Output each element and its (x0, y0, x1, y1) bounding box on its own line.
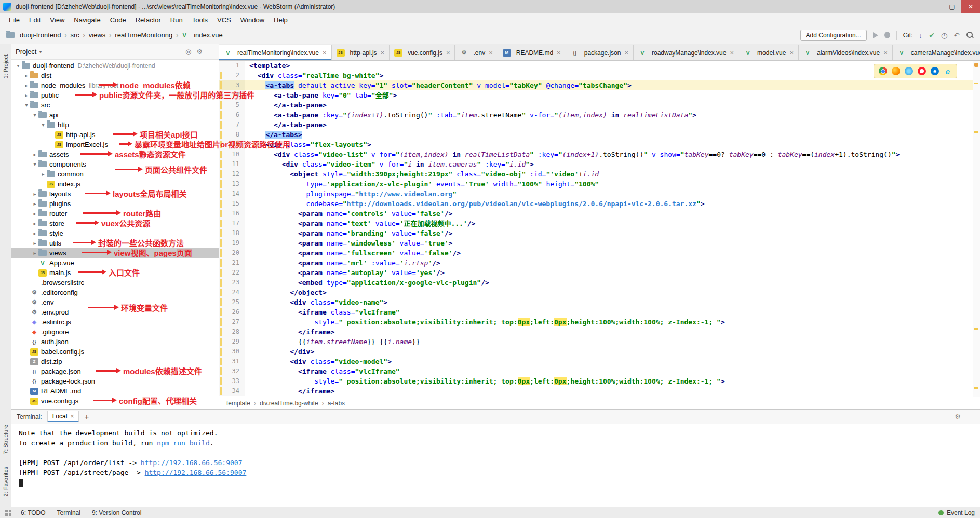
tree-item-package-lock.json[interactable]: {}package-lock.json (11, 376, 219, 386)
tree-item-node_modules[interactable]: ▸node_moduleslibrary root (11, 80, 219, 90)
tree-item-dist.zip[interactable]: Zdist.zip (11, 357, 219, 366)
chevron-open-icon[interactable]: ▾ (31, 161, 38, 167)
code-line[interactable]: 18 <param name='branding' value='false'/… (219, 228, 973, 238)
hide-panel-icon[interactable]: — (208, 48, 214, 55)
chevron-open-icon[interactable]: ▾ (31, 112, 38, 118)
editor-breadcrumb-item[interactable]: template (225, 399, 251, 407)
close-tab-icon[interactable]: × (557, 49, 561, 57)
editor-tab[interactable]: JSvue.config.js× (390, 45, 455, 60)
tree-item-store[interactable]: ▸store (11, 219, 219, 228)
menu-item-run[interactable]: Run (166, 15, 187, 25)
chevron-closed-icon[interactable]: ▸ (31, 250, 38, 256)
tree-item-common[interactable]: ▸common (11, 169, 219, 179)
minimize-terminal-icon[interactable]: — (968, 413, 975, 420)
code-line[interactable]: 5 </a-tab-pane> (219, 100, 973, 110)
tree-item-.env.prod[interactable]: ⚙.env.prod (11, 307, 219, 317)
code-line[interactable]: 9 <div class="flex-layouts"> (219, 140, 973, 149)
close-tab-icon[interactable]: × (730, 49, 734, 57)
maximize-window-button[interactable] (943, 0, 961, 13)
tree-item-router[interactable]: ▸router (11, 209, 219, 219)
chevron-closed-icon[interactable]: ▸ (39, 171, 47, 177)
code-line[interactable]: 32 <iframe class="vlcIframe" (219, 366, 973, 376)
tool-window-button[interactable]: 2: Favorites (3, 467, 9, 496)
status-item-0[interactable]: 6: TODO (21, 509, 46, 516)
code-line[interactable]: 28 </iframe> (219, 327, 973, 337)
git-revert-icon[interactable] (954, 32, 960, 39)
tree-item-api[interactable]: ▾api (11, 110, 219, 120)
tool-window-switcher-icon[interactable] (5, 510, 11, 516)
ie-icon[interactable] (944, 67, 952, 75)
editor-scrollbar[interactable] (973, 61, 980, 397)
editor-tab[interactable]: VroadwayManage\index.vue× (634, 45, 739, 60)
tree-item-main.js[interactable]: JSmain.js (11, 268, 219, 278)
code-line[interactable]: 29 {{item.streetName}} {{i.name}} (219, 337, 973, 347)
breadcrumb-item[interactable]: index.vue (192, 30, 224, 40)
tree-item-vue.config.js[interactable]: JSvue.config.js (11, 396, 219, 406)
close-terminal-tab-icon[interactable]: × (70, 413, 74, 420)
tree-item-.eslintrc.js[interactable]: ◈.eslintrc.js (11, 317, 219, 327)
editor-breadcrumb-item[interactable]: div.realTime.bg-white (259, 399, 319, 407)
chevron-open-icon[interactable]: ▾ (39, 122, 47, 128)
git-history-icon[interactable] (941, 32, 947, 39)
status-item-1[interactable]: Terminal (57, 509, 80, 516)
tree-item-assets[interactable]: ▸assets (11, 149, 219, 159)
menu-item-code[interactable]: Code (105, 15, 131, 25)
chevron-closed-icon[interactable]: ▸ (31, 152, 38, 157)
breadcrumb-item[interactable]: duoji-frontend (18, 30, 63, 40)
close-tab-icon[interactable]: × (883, 49, 888, 57)
code-line[interactable]: 19 <param name='windowless' value='true'… (219, 238, 973, 248)
menu-item-navigate[interactable]: Navigate (69, 15, 105, 25)
tree-item-index.js[interactable]: JSindex.js (11, 179, 219, 189)
tool-window-button[interactable]: 7: Structure (3, 425, 9, 454)
tree-item-views[interactable]: ▸views (11, 248, 219, 258)
chevron-closed-icon[interactable]: ▸ (23, 73, 30, 78)
menu-item-window[interactable]: Window (236, 15, 269, 25)
menu-item-vcs[interactable]: VCS (212, 15, 236, 25)
tree-item-.editorconfig[interactable]: ⚙.editorconfig (11, 288, 219, 297)
code-line[interactable]: 34 </iframe> (219, 386, 973, 396)
minimize-window-button[interactable] (924, 0, 943, 13)
editor-tab[interactable]: Vmodel.vue× (739, 45, 799, 60)
tree-item-src[interactable]: ▾src (11, 100, 219, 110)
code-line[interactable]: 24 </object> (219, 288, 973, 297)
editor-tab[interactable]: JShttp-api.js× (332, 45, 390, 60)
code-line[interactable]: 6 <a-tab-pane :key="(index+1).toString()… (219, 110, 973, 120)
chevron-closed-icon[interactable]: ▸ (31, 201, 38, 207)
editor-tab[interactable]: MREADME.md× (498, 45, 566, 60)
editor-tab[interactable]: ⚙.env× (455, 45, 498, 60)
tree-item-babel.config.js[interactable]: JSbabel.config.js (11, 347, 219, 357)
code-line[interactable]: 13 type='application/x-vlc-plugin' event… (219, 179, 973, 189)
settings-gear-icon[interactable]: ⚙ (196, 48, 203, 55)
tree-item-.env[interactable]: ⚙.env (11, 297, 219, 307)
tree-item-.gitignore[interactable]: ◆.gitignore (11, 327, 219, 337)
code-area[interactable]: 1<template>2 <div class="realTime bg-whi… (219, 61, 973, 397)
tree-item-components[interactable]: ▾components (11, 159, 219, 169)
code-line[interactable]: 30 </div> (219, 347, 973, 357)
event-log-label[interactable]: Event Log (947, 509, 975, 516)
code-line[interactable]: 1<template> (219, 61, 973, 71)
chevron-closed-icon[interactable]: ▸ (23, 92, 30, 98)
code-line[interactable]: 3 <a-tabs default-active-key="1" slot="h… (219, 80, 973, 90)
chevron-closed-icon[interactable]: ▸ (31, 191, 38, 197)
close-window-button[interactable] (961, 0, 980, 13)
terminal-settings-icon[interactable]: ⚙ (955, 413, 961, 420)
code-line[interactable]: 12 <object style="width:390px;height:219… (219, 169, 973, 179)
terminal-tab-local[interactable]: Local × (47, 411, 79, 422)
add-configuration-button[interactable]: Add Configuration... (800, 30, 867, 41)
editor-tab[interactable]: {}package.json× (566, 45, 634, 60)
menu-item-file[interactable]: File (4, 15, 24, 25)
chevron-closed-icon[interactable]: ▸ (23, 83, 30, 88)
close-tab-icon[interactable]: × (381, 49, 385, 57)
tree-item-dist[interactable]: ▸dist (11, 71, 219, 80)
safari-icon[interactable] (905, 67, 913, 75)
tree-item-layouts[interactable]: ▸layouts (11, 189, 219, 199)
terminal-output[interactable]: Note that the development build is not o… (11, 424, 980, 507)
debug-icon[interactable] (884, 32, 890, 38)
menu-item-tools[interactable]: Tools (187, 15, 212, 25)
tree-item-http[interactable]: ▾http (11, 120, 219, 130)
git-commit-icon[interactable] (929, 32, 935, 39)
inspection-indicator-icon[interactable] (974, 63, 978, 67)
code-line[interactable]: 23 <embed type="application/x-google-vlc… (219, 278, 973, 288)
locate-file-icon[interactable]: ◎ (185, 48, 191, 55)
code-line[interactable]: 21 <param name='mrl' :value='i.rtsp'/> (219, 258, 973, 268)
